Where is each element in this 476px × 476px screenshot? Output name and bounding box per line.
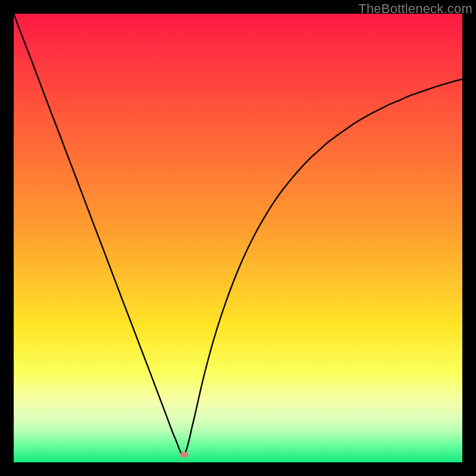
chart-stage: TheBottleneck.com [0, 0, 476, 476]
watermark-text: TheBottleneck.com [358, 1, 472, 17]
gradient-background [14, 14, 462, 462]
optimal-point-marker [180, 452, 189, 458]
plot-area [14, 14, 462, 462]
bottleneck-chart-svg [14, 14, 462, 462]
